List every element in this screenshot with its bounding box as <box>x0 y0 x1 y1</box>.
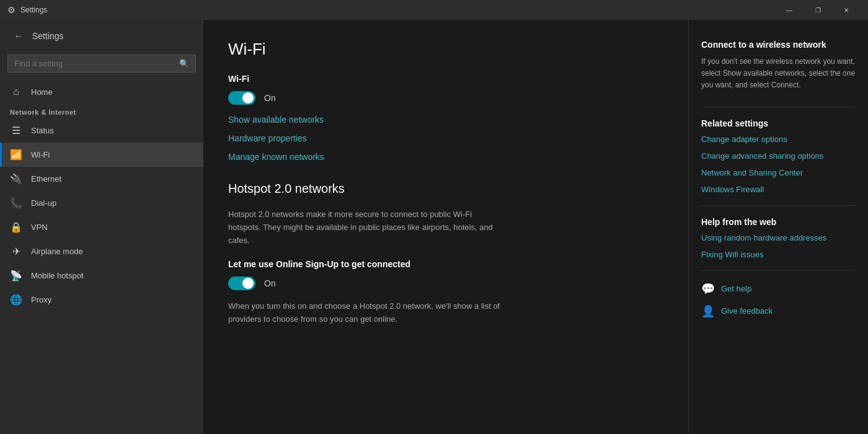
signup-toggle[interactable] <box>228 277 255 290</box>
hotspot-note: When you turn this on and choose a Hotsp… <box>228 300 501 326</box>
get-help-icon: 💬 <box>701 282 715 296</box>
sidebar-item-status-label: Status <box>31 126 54 135</box>
search-input[interactable] <box>14 59 174 68</box>
search-box[interactable]: 🔍 <box>7 55 196 73</box>
wifi-toggle-label: On <box>264 93 276 103</box>
hardware-properties-link[interactable]: Hardware properties <box>228 133 663 143</box>
sidebar-section-label: Network & Internet <box>0 104 203 118</box>
sidebar-item-proxy[interactable]: 🌐 Proxy <box>0 288 203 312</box>
sidebar-item-ethernet[interactable]: 🔌 Ethernet <box>0 167 203 191</box>
hotspot-description: Hotspot 2.0 networks make it more secure… <box>228 208 501 247</box>
app-body: ← Settings 🔍 ⌂ Home Network & Internet ☰… <box>0 20 868 434</box>
sidebar-item-dialup-label: Dial-up <box>31 198 56 208</box>
sidebar-item-wifi-label: Wi-Fi <box>31 150 50 159</box>
wifi-toggle-row: On <box>228 91 663 105</box>
right-panel: Connect to a wireless network If you don… <box>688 20 868 434</box>
sidebar-item-hotspot[interactable]: 📡 Mobile hotspot <box>0 264 203 288</box>
divider-3 <box>701 270 856 271</box>
settings-icon: ⚙ <box>7 5 16 15</box>
change-adapter-link[interactable]: Change adapter options <box>701 135 856 144</box>
feedback-row[interactable]: 👤 Give feedback <box>701 304 856 318</box>
wifi-toggle[interactable] <box>228 91 255 105</box>
sidebar-item-wifi[interactable]: 📶 Wi-Fi <box>0 143 203 167</box>
firewall-link[interactable]: Windows Firewall <box>701 185 856 194</box>
sidebar-item-hotspot-label: Mobile hotspot <box>31 271 84 280</box>
maximize-button[interactable]: ❐ <box>804 0 832 20</box>
dialup-icon: 📞 <box>10 197 22 209</box>
minimize-button[interactable]: — <box>775 0 804 20</box>
random-hw-link[interactable]: Using random hardware addresses <box>701 233 856 242</box>
sidebar-item-proxy-label: Proxy <box>31 295 51 304</box>
sidebar-item-home-label: Home <box>31 87 53 97</box>
show-networks-link[interactable]: Show available networks <box>228 115 663 125</box>
hotspot-section: Hotspot 2.0 networks Hotspot 2.0 network… <box>228 182 663 326</box>
hotspot-icon: 📡 <box>10 270 22 281</box>
sidebar-nav-top: ← Settings <box>0 20 203 52</box>
airplane-icon: ✈ <box>10 246 22 257</box>
ethernet-icon: 🔌 <box>10 173 22 185</box>
change-sharing-link[interactable]: Change advanced sharing options <box>701 151 856 161</box>
wifi-toggle-knob <box>242 92 254 104</box>
divider-2 <box>701 205 856 206</box>
titlebar-title: Settings <box>20 6 775 14</box>
vpn-icon: 🔒 <box>10 221 22 233</box>
wifi-icon: 📶 <box>10 149 22 161</box>
sidebar-item-dialup[interactable]: 📞 Dial-up <box>0 191 203 215</box>
feedback-label[interactable]: Give feedback <box>721 306 773 316</box>
connect-title: Connect to a wireless network <box>701 40 856 50</box>
signup-toggle-label: On <box>264 278 276 288</box>
main-content: Wi-Fi Wi-Fi On Show available networks H… <box>203 20 688 434</box>
fix-wifi-link[interactable]: Fixing Wifi issues <box>701 250 856 259</box>
search-icon: 🔍 <box>179 59 189 68</box>
connect-description: If you don't see the wireless network yo… <box>701 56 856 92</box>
divider-1 <box>701 107 856 107</box>
signup-toggle-row: On <box>228 277 663 290</box>
status-icon: ☰ <box>10 125 22 136</box>
sidebar-item-airplane[interactable]: ✈ Airplane mode <box>0 239 203 264</box>
sidebar-item-ethernet-label: Ethernet <box>31 174 61 184</box>
sidebar: ← Settings 🔍 ⌂ Home Network & Internet ☰… <box>0 20 203 434</box>
sidebar-item-airplane-label: Airplane mode <box>31 247 83 256</box>
proxy-icon: 🌐 <box>10 294 22 306</box>
back-button[interactable]: ← <box>10 27 27 45</box>
get-help-row[interactable]: 💬 Get help <box>701 282 856 296</box>
sidebar-item-vpn-label: VPN <box>31 223 48 232</box>
network-center-link[interactable]: Network and Sharing Center <box>701 168 856 177</box>
related-settings-title: Related settings <box>701 118 856 128</box>
signup-section-title: Let me use Online Sign-Up to get connect… <box>228 259 663 269</box>
signup-toggle-knob <box>242 278 254 289</box>
wifi-section-title: Wi-Fi <box>228 74 663 84</box>
titlebar: ⚙ Settings — ❐ ✕ <box>0 0 868 20</box>
sidebar-item-home[interactable]: ⌂ Home <box>0 80 203 104</box>
close-button[interactable]: ✕ <box>832 0 861 20</box>
feedback-icon: 👤 <box>701 304 715 318</box>
hotspot-title: Hotspot 2.0 networks <box>228 182 663 196</box>
window-controls: — ❐ ✕ <box>775 0 861 20</box>
sidebar-item-vpn[interactable]: 🔒 VPN <box>0 215 203 239</box>
page-title: Wi-Fi <box>228 40 663 59</box>
get-help-label[interactable]: Get help <box>721 284 751 293</box>
sidebar-app-title: Settings <box>32 31 64 41</box>
manage-networks-link[interactable]: Manage known networks <box>228 152 663 162</box>
sidebar-item-status[interactable]: ☰ Status <box>0 118 203 143</box>
home-icon: ⌂ <box>10 86 22 97</box>
help-title: Help from the web <box>701 217 856 227</box>
